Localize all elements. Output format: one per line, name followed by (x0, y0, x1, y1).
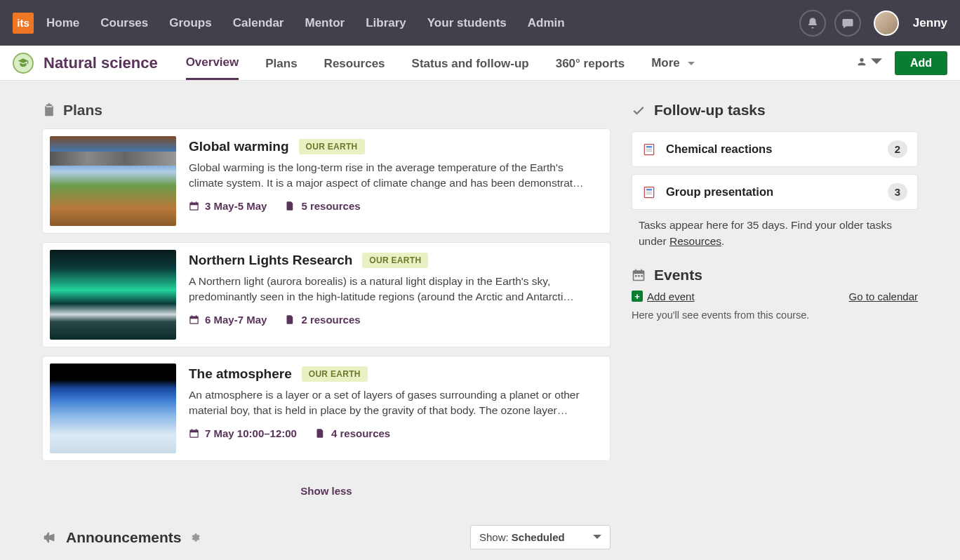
svg-rect-7 (646, 193, 652, 194)
nav-calendar[interactable]: Calendar (233, 16, 284, 30)
course-icon (13, 53, 34, 74)
add-button[interactable]: Add (895, 51, 947, 75)
plan-body: Northern Lights Research OUR EARTH A Nor… (183, 243, 610, 347)
plan-meta: 6 May-7 May 2 resources (189, 314, 597, 326)
check-icon (632, 103, 646, 117)
add-event-label: Add event (647, 291, 695, 302)
events-heading-text: Events (654, 267, 702, 284)
plan-tag: OUR EARTH (362, 253, 428, 268)
filter-value: Scheduled (512, 531, 565, 543)
user-dropdown[interactable] (856, 56, 881, 70)
notifications-icon[interactable] (799, 10, 826, 36)
tab-status-followup[interactable]: Status and follow-up (412, 57, 529, 79)
plan-resources: 5 resources (285, 200, 360, 212)
followup-heading: Follow-up tasks (632, 102, 918, 119)
main: Plans Global warming OUR EARTH Global wa… (0, 81, 960, 549)
logo[interactable]: its (13, 13, 34, 34)
events-description: Here you'll see events from this course. (632, 309, 918, 321)
topnav-items: Home Courses Groups Calendar Mentor Libr… (46, 16, 565, 30)
svg-rect-3 (646, 150, 652, 151)
plan-meta: 7 May 10:00–12:00 4 resources (189, 427, 597, 439)
events-heading: Events (632, 267, 918, 284)
plans-heading-text: Plans (63, 102, 102, 119)
plus-icon: + (632, 291, 643, 302)
topnav-right: Jenny (799, 10, 947, 36)
plan-title: Northern Lights Research (189, 253, 352, 268)
course-tabs: Overview Plans Resources Status and foll… (186, 55, 695, 70)
announcements-filter[interactable]: Show: Scheduled (470, 525, 611, 549)
plan-date: 7 May 10:00–12:00 (189, 427, 297, 439)
tab-more[interactable]: More (651, 56, 694, 79)
document-icon (285, 201, 295, 211)
course-title: Natural science (44, 54, 158, 72)
task-card[interactable]: Group presentation 3 (632, 174, 918, 210)
plan-date: 3 May-5 May (189, 200, 267, 212)
plan-description: Global warming is the long-term rise in … (189, 160, 597, 192)
messages-icon[interactable] (834, 10, 861, 36)
task-count: 3 (888, 183, 907, 201)
nav-library[interactable]: Library (366, 16, 406, 30)
nav-admin[interactable]: Admin (528, 16, 565, 30)
plan-resources: 2 resources (285, 314, 360, 326)
calendar-icon (632, 268, 646, 282)
svg-rect-1 (646, 146, 652, 148)
left-column: Plans Global warming OUR EARTH Global wa… (42, 102, 611, 549)
task-title: Group presentation (666, 185, 878, 199)
tab-plans[interactable]: Plans (265, 57, 297, 79)
course-header: Natural science Overview Plans Resources… (0, 46, 960, 81)
username[interactable]: Jenny (913, 16, 947, 30)
plan-card[interactable]: Global warming OUR EARTH Global warming … (42, 128, 611, 234)
tab-resources[interactable]: Resources (324, 57, 385, 79)
plan-body: Global warming OUR EARTH Global warming … (183, 129, 610, 233)
go-to-calendar-link[interactable]: Go to calendar (849, 291, 918, 302)
followup-note-suffix: . (721, 235, 724, 247)
clipboard-icon (42, 103, 56, 117)
add-event-link[interactable]: + Add event (632, 291, 695, 302)
tab-overview[interactable]: Overview (186, 55, 239, 80)
document-icon (285, 314, 295, 325)
document-icon (642, 185, 656, 199)
plan-meta: 3 May-5 May 5 resources (189, 200, 597, 212)
tab-360-reports[interactable]: 360° reports (556, 57, 625, 79)
task-count: 2 (888, 140, 907, 158)
plan-thumbnail (50, 250, 176, 340)
plan-tag: OUR EARTH (299, 139, 365, 154)
resources-link[interactable]: Resources (669, 235, 721, 247)
nav-mentor[interactable]: Mentor (305, 16, 345, 30)
nav-your-students[interactable]: Your students (427, 16, 507, 30)
document-icon (315, 428, 326, 439)
chevron-down-icon (871, 56, 882, 67)
plan-card[interactable]: Northern Lights Research OUR EARTH A Nor… (42, 242, 611, 347)
gear-icon[interactable] (190, 533, 200, 542)
plan-body: The atmosphere OUR EARTH An atmosphere i… (183, 356, 610, 460)
plan-date-text: 3 May-5 May (205, 200, 267, 212)
task-card[interactable]: Chemical reactions 2 (632, 131, 918, 167)
nav-courses[interactable]: Courses (100, 16, 148, 30)
announcements-bar: Announcements Show: Scheduled (42, 525, 611, 549)
nav-groups[interactable]: Groups (169, 16, 211, 30)
plan-resources-text: 2 resources (301, 314, 360, 326)
plans-heading: Plans (42, 102, 611, 119)
plan-resources-text: 5 resources (301, 200, 360, 212)
task-title: Chemical reactions (666, 142, 878, 156)
filter-label: Show: (479, 531, 512, 543)
plan-thumbnail (50, 136, 176, 226)
show-less-link[interactable]: Show less (42, 469, 611, 525)
svg-rect-5 (646, 189, 652, 191)
events-actions: + Add event Go to calendar (632, 291, 918, 302)
document-icon (642, 142, 656, 156)
right-column: Follow-up tasks Chemical reactions 2 Gro… (632, 102, 918, 549)
plan-resources-text: 4 resources (331, 427, 390, 439)
followup-note: Tasks appear here for 35 days. Find your… (639, 217, 911, 250)
nav-home[interactable]: Home (46, 16, 79, 30)
announcements-heading: Announcements (66, 529, 182, 546)
plan-date-text: 6 May-7 May (205, 314, 267, 326)
plan-thumbnail (50, 364, 176, 453)
plan-tag: OUR EARTH (302, 366, 368, 382)
avatar[interactable] (874, 11, 899, 36)
calendar-icon (189, 428, 199, 439)
chevron-down-icon (688, 57, 695, 71)
plan-title: Global warming (189, 139, 289, 154)
plan-resources: 4 resources (315, 427, 390, 439)
plan-card[interactable]: The atmosphere OUR EARTH An atmosphere i… (42, 356, 611, 461)
